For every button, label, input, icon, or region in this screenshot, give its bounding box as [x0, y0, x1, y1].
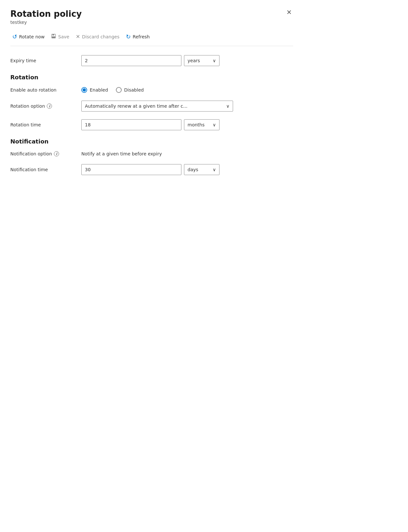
expiry-time-input[interactable] — [81, 55, 181, 66]
rotation-option-row: Rotation option i Automatically renew at… — [10, 101, 293, 112]
notification-time-unit-chevron: ∨ — [213, 167, 216, 172]
rotate-now-label: Rotate now — [19, 34, 45, 39]
rotation-option-select[interactable]: Automatically renew at a given time afte… — [81, 101, 233, 112]
save-button[interactable]: Save — [49, 32, 74, 42]
rotation-time-unit-label: months — [188, 122, 205, 127]
notification-time-input[interactable] — [81, 164, 181, 175]
notification-time-row: Notification time days ∨ — [10, 164, 293, 175]
panel-header: Rotation policy testkey ✕ — [10, 9, 293, 30]
auto-rotation-label: Enable auto rotation — [10, 87, 81, 93]
rotate-icon: ↺ — [12, 33, 17, 40]
expiry-unit-select[interactable]: years ∨ — [184, 55, 219, 66]
panel-subtitle: testkey — [10, 20, 82, 25]
enabled-label: Enabled — [90, 87, 108, 93]
expiry-time-row: Expiry time years ∨ — [10, 55, 293, 66]
close-icon: ✕ — [286, 8, 292, 16]
notification-option-info-icon[interactable]: i — [54, 151, 59, 156]
notification-section-label: Notification — [10, 138, 293, 145]
discard-label: Discard changes — [82, 34, 119, 39]
disabled-radio[interactable] — [116, 87, 122, 93]
refresh-icon: ↻ — [126, 33, 131, 40]
rotation-section-label: Rotation — [10, 74, 293, 81]
notification-time-unit-select[interactable]: days ∨ — [184, 164, 219, 175]
svg-rect-2 — [52, 36, 55, 38]
toolbar: ↺ Rotate now Save ✕ Discard changes ↻ Re… — [10, 31, 293, 46]
save-label: Save — [58, 34, 69, 39]
notification-time-controls: days ∨ — [81, 164, 293, 175]
svg-rect-1 — [53, 34, 54, 35]
refresh-label: Refresh — [133, 34, 150, 39]
rotation-time-unit-chevron: ∨ — [213, 122, 216, 127]
discard-changes-button[interactable]: ✕ Discard changes — [74, 32, 124, 42]
expiry-unit-chevron: ∨ — [213, 58, 216, 63]
auto-rotation-controls: Enabled Disabled — [81, 87, 293, 93]
rotation-time-input[interactable] — [81, 119, 181, 130]
expiry-unit-label: years — [188, 58, 200, 63]
expiry-controls: years ∨ — [81, 55, 293, 66]
auto-rotation-radio-group: Enabled Disabled — [81, 87, 144, 93]
rotate-now-button[interactable]: ↺ Rotate now — [10, 31, 49, 42]
auto-rotation-row: Enable auto rotation Enabled Disabled — [10, 87, 293, 93]
refresh-button[interactable]: ↻ Refresh — [124, 31, 154, 42]
notification-option-controls: Notify at a given time before expiry — [81, 151, 293, 156]
notification-option-row: Notification option i Notify at a given … — [10, 151, 293, 156]
rotation-time-label: Rotation time — [10, 122, 81, 127]
disabled-option[interactable]: Disabled — [116, 87, 144, 93]
enabled-radio[interactable] — [81, 87, 87, 93]
rotation-time-row: Rotation time months ∨ — [10, 119, 293, 130]
panel-title: Rotation policy — [10, 9, 82, 19]
disabled-label: Disabled — [124, 87, 144, 93]
expiry-time-label: Expiry time — [10, 58, 81, 63]
close-button[interactable]: ✕ — [285, 8, 293, 17]
rotation-policy-panel: Rotation policy testkey ✕ ↺ Rotate now S… — [0, 0, 303, 339]
save-icon — [51, 34, 56, 40]
enabled-option[interactable]: Enabled — [81, 87, 108, 93]
discard-icon: ✕ — [76, 34, 80, 40]
rotation-option-chevron: ∨ — [226, 103, 230, 109]
rotation-option-info-icon[interactable]: i — [47, 103, 52, 109]
rotation-option-controls: Automatically renew at a given time afte… — [81, 101, 293, 112]
notification-option-label: Notification option i — [10, 151, 81, 156]
notification-option-value: Notify at a given time before expiry — [81, 151, 162, 156]
rotation-option-label: Rotation option i — [10, 103, 81, 109]
title-group: Rotation policy testkey — [10, 9, 82, 30]
rotation-time-controls: months ∨ — [81, 119, 293, 130]
notification-time-label: Notification time — [10, 167, 81, 172]
notification-time-unit-label: days — [188, 167, 198, 172]
rotation-time-unit-select[interactable]: months ∨ — [184, 119, 219, 130]
rotation-option-value: Automatically renew at a given time afte… — [85, 103, 188, 109]
